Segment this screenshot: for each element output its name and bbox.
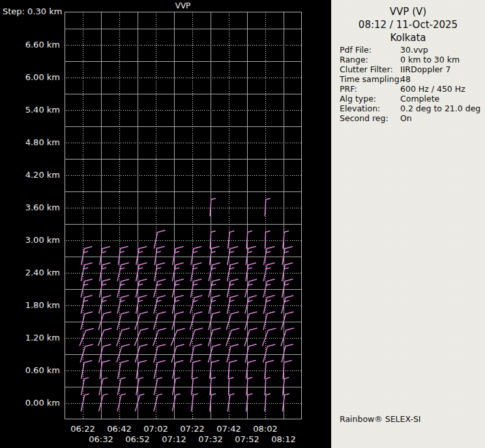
wind-barb [265, 231, 270, 249]
y-tick-label: 0.00 km [0, 398, 60, 408]
parameter-row: PRF:600 Hz / 450 Hz [340, 84, 482, 94]
parameter-row: Range:0 km to 30 km [340, 55, 482, 64]
y-tick-label: 2.40 km [0, 268, 60, 278]
x-tick-label: 07:52 [229, 434, 265, 444]
wind-barb [281, 328, 293, 346]
wind-barb [100, 361, 110, 379]
wind-barb [81, 378, 89, 395]
wind-barb [265, 199, 270, 216]
wind-barb [99, 378, 108, 395]
vvp-radar-window: VVP Step: 0.30 km 6.60 km6.00 km5.40 km4… [0, 0, 485, 448]
wind-barb [192, 394, 198, 412]
wind-barb [81, 361, 92, 379]
wind-barb [263, 263, 274, 281]
x-tick-label: 07:12 [156, 434, 192, 444]
wind-barb-layer [80, 199, 293, 412]
wind-barb [117, 394, 125, 411]
y-tick-label: 1.20 km [0, 333, 60, 343]
wind-barb [190, 312, 202, 329]
parameter-value: IIRDoppler 7 [400, 64, 482, 74]
wind-barb [154, 247, 164, 265]
wind-barb [210, 361, 219, 379]
x-tick-label: 07:32 [192, 434, 229, 444]
wind-barb [154, 296, 166, 313]
parameter-list: Pdf File:30.vvpRange:0 km to 30 kmClutte… [340, 45, 482, 123]
wind-barb [228, 394, 234, 412]
wind-barb [190, 328, 202, 346]
wind-barb [265, 378, 270, 395]
wind-barb-chart [0, 0, 332, 448]
wind-barb [263, 296, 274, 313]
parameter-label: Clutter Filter: [340, 64, 400, 74]
wind-barb [81, 263, 92, 281]
wind-barb [99, 394, 108, 411]
x-tick-label: 06:42 [101, 424, 138, 434]
wind-barb [282, 296, 293, 313]
wind-barb [228, 361, 237, 379]
parameter-label: Second reg: [340, 113, 400, 123]
wind-barb [282, 312, 293, 329]
wind-barb [226, 312, 239, 329]
parameter-label: PRF: [340, 84, 400, 94]
wind-barb [228, 263, 238, 281]
wind-barb [153, 328, 166, 346]
wind-barb [265, 394, 270, 412]
site-name: Kolkata [331, 31, 485, 44]
y-tick-label: 4.80 km [0, 137, 60, 148]
y-tick-label: 3.00 km [0, 235, 60, 245]
wind-barb [210, 247, 220, 265]
wind-barb [171, 328, 184, 345]
wind-barb [136, 378, 143, 395]
brand-label: Rainbow® SELEX-SI [340, 414, 421, 424]
product-title: VVP (V) [331, 5, 485, 18]
wind-barb [136, 344, 147, 362]
wind-barb [98, 328, 111, 345]
wind-barb [99, 344, 111, 362]
wind-barb [173, 378, 180, 395]
scan-datetime: 08:12 / 11-Oct-2025 [331, 18, 485, 31]
wind-barb [172, 394, 180, 411]
parameter-label: Time sampling: [340, 74, 400, 84]
wind-barb [117, 312, 129, 329]
parameter-value: 600 Hz / 450 Hz [400, 84, 482, 94]
x-tick-label: 06:22 [65, 424, 101, 434]
wind-barb [209, 344, 220, 362]
parameter-label: Alg type: [340, 94, 400, 104]
wind-barb [209, 328, 220, 346]
y-tick-label: 4.20 km [0, 170, 60, 180]
wind-barb [80, 328, 93, 345]
wind-barb [81, 296, 92, 313]
x-tick-label: 07:22 [174, 424, 211, 434]
parameter-value: On [400, 113, 482, 123]
panel-header: VVP (V) 08:12 / 11-Oct-2025 Kolkata [331, 5, 485, 44]
wind-barb [246, 361, 256, 379]
wind-barb [245, 312, 257, 329]
wind-barb [283, 361, 291, 379]
parameter-row: Pdf File:30.vvp [340, 45, 482, 55]
x-tick-label: 07:42 [211, 424, 247, 434]
wind-barb [192, 378, 198, 395]
wind-barb [191, 279, 201, 298]
wind-barb [226, 328, 239, 346]
wind-barb [263, 328, 276, 345]
wind-barb [117, 296, 128, 313]
parameter-row: Time sampling:48 [340, 74, 482, 84]
parameter-value: Complete [400, 94, 482, 104]
parameter-row: Second reg:On [340, 113, 482, 123]
wind-barb [154, 344, 166, 362]
wind-barb [246, 247, 256, 265]
x-tick-label: 06:32 [83, 434, 119, 444]
parameter-value: 0.2 deg to 21.0 deg [400, 104, 482, 113]
wind-barb [117, 279, 129, 297]
wind-barb [228, 231, 234, 249]
wind-barb [154, 378, 162, 395]
wind-barb [98, 312, 111, 329]
wind-barb [81, 279, 92, 297]
parameter-row: Elevation:0.2 deg to 21.0 deg [340, 104, 482, 113]
wind-barb [191, 263, 201, 281]
wind-barb [135, 328, 149, 345]
y-tick-label: 6.60 km [0, 40, 60, 50]
wind-barb [117, 328, 129, 346]
x-tick-label: 07:02 [138, 424, 174, 434]
y-tick-label: 1.80 km [0, 300, 60, 311]
